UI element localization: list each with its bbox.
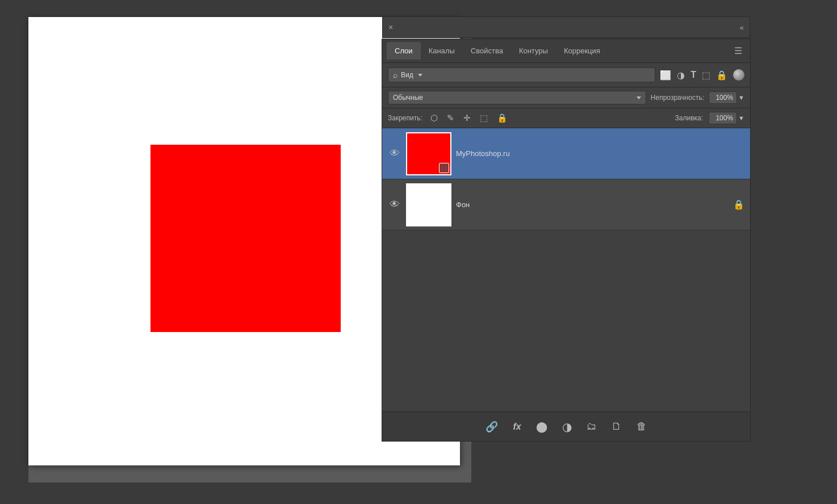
smart-filter-icon[interactable]: 🔒 xyxy=(716,70,727,81)
lock-position-button[interactable]: ✛ xyxy=(461,112,473,124)
blend-row: Обычные Непрозрачность: 100% ▼ xyxy=(382,87,750,108)
fill-label: Заливка: xyxy=(675,114,704,122)
new-layer-button[interactable]: 🗋 xyxy=(609,418,624,435)
lock-label: Закрепить: xyxy=(388,114,422,122)
filter-label: Вид xyxy=(401,71,413,79)
layer-name: MyPhotoshop.ru xyxy=(456,149,744,158)
lock-pixels-button[interactable]: ⬡ xyxy=(428,112,440,124)
layer-thumbnail xyxy=(406,132,451,175)
tab-properties[interactable]: Свойства xyxy=(463,42,511,60)
opacity-value[interactable]: 100% xyxy=(709,91,737,104)
kind-filter-dropdown[interactable]: ⌕ Вид xyxy=(388,68,655,82)
adjustment-button[interactable]: ◑ xyxy=(560,418,574,436)
fx-button[interactable]: fx xyxy=(510,419,523,434)
image-filter-icon[interactable]: ⬜ xyxy=(660,70,671,81)
lock-all-button[interactable]: 🔒 xyxy=(495,112,510,124)
red-square xyxy=(150,145,341,332)
layers-panel: × « Слои Каналы Свойства Контуры Коррекц… xyxy=(382,39,751,442)
collapse-button[interactable]: « xyxy=(740,23,744,32)
tabs-row: Слои Каналы Свойства Контуры Коррекция ☰ xyxy=(382,39,750,63)
filter-toggle-circle[interactable] xyxy=(733,69,744,81)
panel-bottom-bar: 🔗 fx ⬤ ◑ 🗂 🗋 🗑 xyxy=(382,411,750,441)
fill-arrow-icon[interactable]: ▼ xyxy=(738,115,744,121)
chevron-down-icon xyxy=(418,74,422,77)
adjustment-filter-icon[interactable]: ◑ xyxy=(677,70,685,81)
layer-lock-icon: 🔒 xyxy=(733,199,744,210)
shape-filter-icon[interactable]: ⬚ xyxy=(702,70,710,81)
layer-name: Фон xyxy=(456,200,729,209)
layer-visibility-icon[interactable]: 👁 xyxy=(388,199,401,211)
panel-top-bar: × « xyxy=(382,16,750,38)
close-button[interactable]: × xyxy=(388,23,393,32)
layer-thumbnail xyxy=(406,183,451,226)
tab-correction[interactable]: Коррекция xyxy=(556,42,608,60)
lock-icons: ⬡ ✎ ✛ ⬚ 🔒 xyxy=(428,112,510,124)
filter-row: ⌕ Вид ⬜ ◑ T ⬚ 🔒 xyxy=(382,63,750,87)
fill-value[interactable]: 100% xyxy=(709,112,737,124)
filter-icons: ⬜ ◑ T ⬚ 🔒 xyxy=(660,69,744,81)
lock-artboard-button[interactable]: ⬚ xyxy=(478,112,490,124)
link-layers-button[interactable]: 🔗 xyxy=(483,418,500,435)
text-filter-icon[interactable]: T xyxy=(690,70,696,80)
create-group-button[interactable]: 🗂 xyxy=(584,418,599,435)
panel-menu-button[interactable]: ☰ xyxy=(731,43,746,58)
add-mask-button[interactable]: ⬤ xyxy=(534,418,550,435)
transform-corner-icon xyxy=(439,163,449,173)
opacity-arrow-icon[interactable]: ▼ xyxy=(738,94,744,101)
layer-visibility-icon[interactable]: 👁 xyxy=(388,148,401,159)
opacity-label: Непрозрачность: xyxy=(651,94,704,102)
tab-layers[interactable]: Слои xyxy=(387,42,421,60)
blend-mode-dropdown[interactable]: Обычные xyxy=(388,91,646,104)
layer-thumb-content xyxy=(407,184,450,225)
layers-empty-area xyxy=(382,230,750,333)
delete-layer-button[interactable]: 🗑 xyxy=(634,418,649,435)
tab-paths[interactable]: Контуры xyxy=(511,42,556,60)
layers-list: 👁 MyPhotoshop.ru 👁 Фон 🔒 xyxy=(382,128,750,230)
search-icon: ⌕ xyxy=(393,70,397,79)
blend-mode-label: Обычные xyxy=(393,94,423,102)
tab-channels[interactable]: Каналы xyxy=(421,42,463,60)
lock-row: Закрепить: ⬡ ✎ ✛ ⬚ 🔒 Заливка: 100% ▼ xyxy=(382,108,750,128)
blend-chevron-icon xyxy=(637,96,641,99)
layer-item[interactable]: 👁 MyPhotoshop.ru xyxy=(382,128,750,179)
lock-paint-button[interactable]: ✎ xyxy=(445,112,457,124)
layer-item[interactable]: 👁 Фон 🔒 xyxy=(382,179,750,230)
